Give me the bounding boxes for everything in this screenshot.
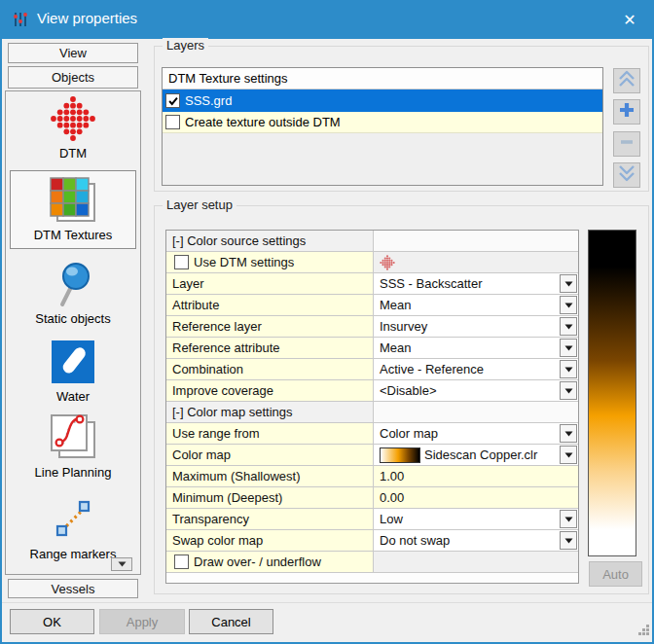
sidebar-scroll-down-button[interactable] bbox=[111, 557, 132, 571]
setup-row-layer: LayerSSS - Backscatter bbox=[166, 273, 578, 295]
sidebar-item-label: Line Planning bbox=[9, 465, 137, 480]
chevron-double-down-button[interactable] bbox=[613, 162, 640, 188]
setup-row-value[interactable]: Active - Reference bbox=[374, 359, 578, 379]
dropdown-button[interactable] bbox=[560, 296, 577, 314]
auto-button[interactable]: Auto bbox=[589, 561, 642, 587]
dropdown-button[interactable] bbox=[560, 360, 577, 378]
setup-row-value-text: Color map bbox=[380, 426, 438, 441]
window-title: View properties bbox=[37, 10, 137, 26]
setup-row-label[interactable]: [-] Color map settings bbox=[166, 402, 374, 422]
sidebar-item-water[interactable]: Water bbox=[9, 337, 137, 404]
setup-row-value[interactable]: Color map bbox=[374, 423, 578, 444]
setup-row-value[interactable]: Insurvey bbox=[374, 316, 578, 337]
resize-grip-icon[interactable] bbox=[637, 623, 650, 640]
checkbox-unchecked[interactable] bbox=[174, 255, 189, 269]
setup-row-label-text: Color map bbox=[172, 447, 231, 462]
setup-row-label-text: Minimum (Deepest) bbox=[172, 490, 282, 505]
minus-icon bbox=[618, 133, 636, 155]
layer-setup-table: [-] Color source settingsUse DTM setting… bbox=[165, 230, 579, 584]
dropdown-button[interactable] bbox=[560, 339, 577, 357]
layer-setup-group-label: Layer setup bbox=[163, 197, 236, 212]
layers-list-header: DTM Texture settings bbox=[163, 68, 602, 89]
setup-row-value[interactable]: 0.00 bbox=[374, 487, 578, 508]
setup-row-minimum-deepest: Minimum (Deepest)0.00 bbox=[166, 487, 578, 509]
cancel-button[interactable]: Cancel bbox=[189, 609, 273, 634]
chevron-double-up-button[interactable] bbox=[613, 68, 640, 93]
sidebar-item-label: Water bbox=[9, 389, 137, 404]
dropdown-button[interactable] bbox=[560, 274, 577, 293]
setup-row-label: Reference attribute bbox=[166, 338, 374, 358]
titlebar: View properties ✕ bbox=[0, 0, 654, 39]
setup-row-value[interactable]: 1.00 bbox=[374, 466, 578, 486]
setup-row-swap-color-map: Swap color mapDo not swap bbox=[166, 530, 578, 552]
setup-row-label-text: Attribute bbox=[172, 298, 219, 312]
setup-row-value-text: Low bbox=[380, 512, 403, 526]
tab-vessels[interactable]: Vessels bbox=[8, 579, 138, 598]
setup-row-value[interactable]: Mean bbox=[374, 295, 578, 315]
minus-button[interactable] bbox=[613, 131, 640, 157]
setup-row-label: Maximum (Shallowest) bbox=[166, 466, 374, 486]
dropdown-button[interactable] bbox=[560, 510, 577, 528]
setup-row-value-text: Do not swap bbox=[380, 533, 450, 548]
setup-row-label: Layer bbox=[166, 273, 374, 294]
setup-row-value[interactable]: Sidescan Copper.clr bbox=[374, 445, 578, 465]
setup-row-label-text: Draw over- / underflow bbox=[194, 555, 321, 569]
colormap-gradient-bar bbox=[588, 230, 636, 556]
dropdown-button[interactable] bbox=[560, 381, 577, 400]
tab-view[interactable]: View bbox=[8, 43, 138, 63]
setup-row-label-text: Transparency bbox=[172, 512, 249, 526]
dropdown-button[interactable] bbox=[560, 531, 577, 550]
setup-row-value[interactable]: Do not swap bbox=[374, 530, 578, 551]
layer-row-label: SSS.grd bbox=[185, 93, 232, 108]
layer-row-create-texture-outside-dtm[interactable]: Create texture outside DTM bbox=[163, 112, 602, 133]
static-pin-icon bbox=[9, 259, 137, 309]
layer-row-sss-grd[interactable]: SSS.grd bbox=[163, 89, 602, 112]
tab-objects[interactable]: Objects bbox=[8, 66, 138, 89]
app-sliders-icon bbox=[12, 11, 29, 28]
setup-row-use-range-from: Use range fromColor map bbox=[166, 423, 578, 445]
setup-row-label-text: Swap color map bbox=[172, 533, 263, 548]
setup-row-label: Attribute bbox=[166, 295, 374, 315]
sidebar-item-dtm[interactable]: DTM bbox=[9, 93, 137, 161]
view-properties-dialog: View properties ✕ View Objects DTM DTM T… bbox=[0, 0, 654, 644]
setup-row-reference-attribute: Reference attributeMean bbox=[166, 338, 578, 359]
sidebar-item-static-objects[interactable]: Static objects bbox=[9, 259, 137, 326]
setup-row-value-text: 0.00 bbox=[380, 490, 404, 505]
sidebar-item-range-markers[interactable]: Range markers bbox=[9, 494, 137, 561]
chevron-double-down-icon bbox=[617, 164, 636, 186]
setup-row-label[interactable]: [-] Color source settings bbox=[166, 231, 374, 251]
water-icon bbox=[9, 337, 137, 387]
setup-row-label: Use DTM settings bbox=[166, 252, 374, 272]
layers-group: Layers DTM Texture settings SSS.grdCreat… bbox=[154, 46, 649, 192]
setup-row-value[interactable]: SSS - Backscatter bbox=[374, 273, 578, 294]
setup-row-label-text: Layer bbox=[172, 276, 204, 291]
setup-row-value bbox=[374, 252, 578, 272]
setup-row-value-text: Active - Reference bbox=[380, 362, 484, 376]
colormap-swatch bbox=[380, 447, 420, 463]
setup-row-label: Color map bbox=[166, 445, 374, 465]
dtm-dots-icon bbox=[9, 93, 137, 144]
checkbox-checked[interactable] bbox=[165, 93, 180, 108]
dropdown-button[interactable] bbox=[560, 446, 577, 464]
checkbox-unchecked[interactable] bbox=[165, 115, 180, 129]
plus-button[interactable] bbox=[613, 99, 640, 125]
sidebar-item-line-planning[interactable]: Line Planning bbox=[9, 412, 137, 480]
setup-row-reference-layer: Reference layerInsurvey bbox=[166, 316, 578, 338]
setup-row-label-text: Maximum (Shallowest) bbox=[172, 469, 300, 483]
setup-row-value[interactable]: Low bbox=[374, 509, 578, 529]
apply-button[interactable]: Apply bbox=[99, 609, 185, 634]
setup-row-value-text: SSS - Backscatter bbox=[380, 276, 482, 291]
sidebar-item-dtm-textures[interactable]: DTM Textures bbox=[10, 170, 136, 249]
setup-row-label-text: Reference layer bbox=[172, 319, 262, 334]
ok-button[interactable]: OK bbox=[10, 609, 94, 634]
close-icon[interactable]: ✕ bbox=[613, 6, 646, 33]
dropdown-button[interactable] bbox=[560, 424, 577, 443]
setup-row-label: Use range from bbox=[166, 423, 374, 444]
layer-row-label: Create texture outside DTM bbox=[185, 115, 341, 129]
dropdown-button[interactable] bbox=[560, 317, 577, 336]
setup-row-value[interactable]: Mean bbox=[374, 338, 578, 358]
line-planning-icon bbox=[9, 412, 137, 463]
setup-row-label-text: Use range from bbox=[172, 426, 260, 441]
setup-row-value[interactable]: <Disable> bbox=[374, 380, 578, 401]
checkbox-unchecked[interactable] bbox=[174, 555, 189, 569]
